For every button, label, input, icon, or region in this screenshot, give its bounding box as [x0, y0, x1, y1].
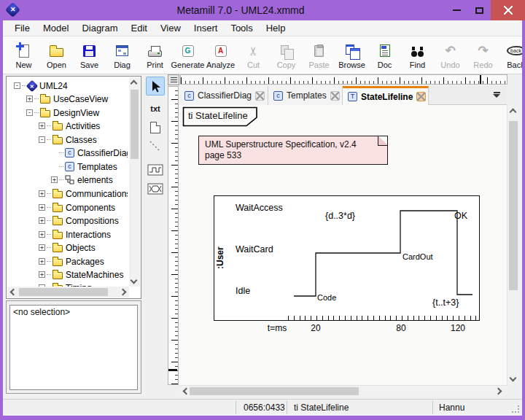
expand-icon[interactable]: + — [39, 244, 45, 251]
ruler-corner-button[interactable] — [168, 74, 179, 85]
scroll-left-icon[interactable] — [183, 388, 190, 395]
tree-item-classes[interactable]: - Classes — [8, 133, 128, 147]
tab-close-icon[interactable] — [255, 91, 265, 101]
tree-item-interactions[interactable]: + Interactions — [8, 228, 128, 241]
value-lifeline-tool-button[interactable] — [146, 179, 165, 198]
back-button[interactable]: back Back — [499, 36, 522, 74]
state-lifeline-waveform[interactable] — [214, 196, 478, 319]
text-tool-button[interactable]: txt — [146, 99, 165, 118]
analyze-button[interactable]: A Analyze — [204, 36, 237, 74]
doc-button[interactable]: Doc — [368, 36, 401, 74]
diagram-canvas[interactable]: ti StateLifeline UML Superstructure Spec… — [179, 105, 507, 385]
menu-file[interactable]: File — [8, 23, 36, 34]
tree-item-elements[interactable]: + elements — [8, 173, 128, 187]
menu-model[interactable]: Model — [36, 23, 75, 34]
tree-item-statemachines[interactable]: + StateMachines — [8, 268, 128, 281]
uml-note[interactable]: UML Superstructure Specification, v2.4 p… — [198, 136, 388, 165]
new-button[interactable]: New — [7, 36, 40, 74]
tree-item-templates[interactable]: c Templates — [8, 160, 128, 174]
save-button[interactable]: Save — [73, 36, 106, 74]
scroll-right-icon[interactable] — [495, 388, 502, 395]
tree-item-classifierdiag[interactable]: c ClassifierDiag — [8, 146, 128, 160]
text-tool-icon: txt — [150, 104, 160, 113]
menu-view[interactable]: View — [154, 23, 187, 34]
tree-item-usecaseview[interactable]: + UseCaseView — [8, 92, 128, 106]
tree-item-activities[interactable]: + Activities — [8, 119, 128, 133]
canvas-horizontal-scrollbar[interactable] — [179, 385, 507, 397]
expand-icon[interactable]: + — [39, 271, 45, 278]
pointer-tool-button[interactable] — [146, 77, 165, 96]
timing-diagram-frame[interactable]: :User WaitAccess WaitCard Idle {d..3*d} … — [214, 195, 480, 321]
tab-templates[interactable]: c Templates — [268, 86, 343, 105]
tab-classifierdiag[interactable]: c ClassifierDiag — [179, 86, 268, 105]
expand-icon[interactable]: + — [39, 204, 45, 211]
scroll-down-icon[interactable] — [510, 375, 517, 382]
scroll-left-icon[interactable] — [10, 289, 18, 296]
print-button[interactable]: Print — [139, 36, 171, 74]
generate-button[interactable]: G Generate — [171, 36, 204, 74]
find-button[interactable]: Find — [401, 36, 434, 74]
tab-list-dropdown[interactable] — [491, 90, 502, 101]
resize-grip[interactable] — [512, 405, 519, 413]
copy-button: Copy — [270, 36, 303, 74]
folder-icon — [52, 191, 63, 198]
expand-icon[interactable]: + — [39, 190, 45, 197]
canvas-vertical-scrollbar[interactable] — [507, 105, 518, 385]
metamill-logo-icon: ✕ — [26, 79, 39, 92]
tab-close-icon[interactable] — [330, 91, 340, 101]
paste-button: Paste — [303, 36, 335, 74]
expand-icon[interactable]: + — [39, 217, 45, 224]
diagram-button[interactable]: Diag — [106, 36, 139, 74]
tree-item-uml24[interactable]: - ✕ UML24 — [8, 79, 128, 93]
titlebar[interactable]: ✕ Metamill 7.0 - UML24.xmmd — [0, 0, 525, 20]
tree-item-compositions[interactable]: + Compositions — [8, 214, 128, 228]
tree-item-communications[interactable]: + Communications — [8, 187, 128, 201]
open-button[interactable]: Open — [40, 36, 73, 74]
tab-close-icon[interactable] — [416, 92, 426, 101]
maximize-button[interactable] — [468, 0, 491, 20]
canvas-hscroll-thumb[interactable] — [190, 387, 359, 395]
menu-edit[interactable]: Edit — [125, 23, 154, 34]
tree-item-designview[interactable]: - DesignView — [8, 106, 128, 120]
scroll-down-icon[interactable] — [131, 277, 138, 284]
menu-help[interactable]: Help — [260, 23, 292, 34]
tree-horizontal-scrollbar[interactable] — [7, 287, 129, 298]
dotted-line-tool-button[interactable] — [146, 137, 165, 156]
redo-arrow-icon: ↷ — [478, 44, 488, 57]
scroll-right-icon[interactable] — [120, 289, 127, 296]
expand-icon[interactable]: + — [51, 176, 58, 183]
expand-icon[interactable]: + — [26, 96, 33, 102]
collapse-icon[interactable]: - — [26, 109, 33, 116]
scroll-up-icon[interactable] — [131, 80, 138, 88]
tree-item-components[interactable]: + Components — [8, 201, 128, 214]
tree-item-objects[interactable]: + Objects — [8, 241, 128, 254]
tree-item-packages[interactable]: + Packages — [8, 254, 128, 268]
model-tree: - ✕ UML24 + UseCaseView - DesignView + A… — [6, 76, 141, 299]
app-logo-icon[interactable]: ✕ — [5, 2, 20, 18]
tree-vertical-scrollbar[interactable] — [129, 77, 140, 287]
canvas-vscroll-thumb[interactable] — [509, 121, 518, 290]
expand-icon[interactable]: + — [39, 258, 45, 265]
menu-insert[interactable]: Insert — [187, 23, 225, 34]
expand-icon[interactable]: + — [39, 231, 45, 238]
minimize-button[interactable] — [446, 0, 468, 20]
close-button[interactable] — [491, 0, 525, 20]
collapse-icon[interactable]: - — [14, 82, 20, 89]
expand-icon[interactable]: + — [39, 122, 45, 129]
tab-statelifeline[interactable]: T StateLifeline — [343, 86, 429, 105]
menu-tools[interactable]: Tools — [224, 23, 259, 34]
vertical-ruler — [168, 86, 179, 385]
statusbar: 0656:0433 ti StateLifeline Hannu — [3, 399, 522, 416]
scroll-up-icon[interactable] — [510, 109, 517, 116]
menu-diagram[interactable]: Diagram — [75, 23, 124, 34]
state-lifeline-tool-button[interactable] — [146, 160, 165, 179]
document-icon — [380, 44, 390, 57]
browse-button[interactable]: Browse — [335, 36, 368, 74]
printer-icon — [148, 50, 162, 57]
tree-hscroll-thumb[interactable] — [19, 288, 108, 296]
open-folder-icon — [50, 48, 63, 57]
collapse-icon[interactable]: - — [39, 136, 45, 143]
tree-vscroll-thumb[interactable] — [131, 90, 139, 159]
note-tool-button[interactable] — [146, 118, 165, 137]
generate-icon: G — [182, 45, 194, 57]
